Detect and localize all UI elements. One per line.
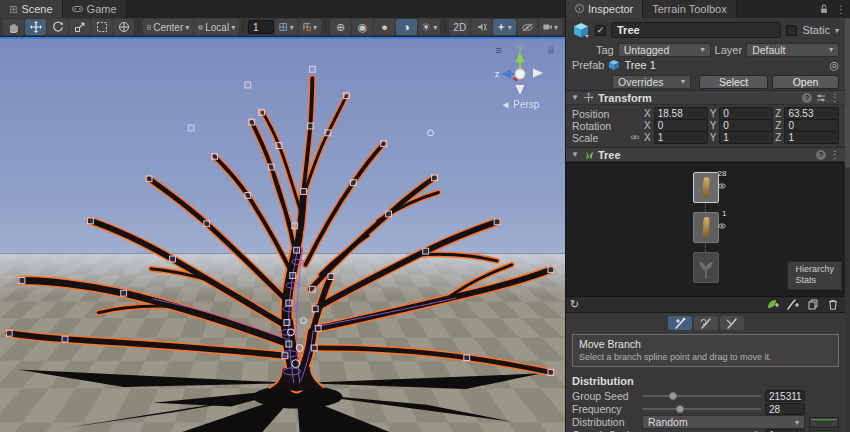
branch-group-node-selected[interactable]: 28	[693, 172, 719, 203]
inspector-lock-icon[interactable]	[816, 0, 832, 18]
tab-terrain-toolbox[interactable]: Terrain Toolbox	[643, 0, 736, 18]
prefab-name[interactable]: Tree 1	[624, 59, 655, 71]
transform-menu-icon[interactable]: ⋮	[830, 92, 840, 103]
inspector-body: ✓ Tree Static ▾ Tag Untagged▾ Layer Defa…	[566, 18, 850, 432]
tab-inspector[interactable]: Inspector	[566, 0, 643, 18]
gameobject-name-field[interactable]: Tree	[611, 22, 781, 38]
prefab-row: Prefab Tree 1 ◎	[566, 57, 845, 73]
audio-toggle-button[interactable]	[471, 19, 492, 35]
2d-mode-button[interactable]: 2D	[449, 19, 470, 35]
inspector-tabbar-spacer	[737, 0, 816, 18]
transform-help-icon[interactable]: ?	[802, 93, 812, 103]
distribution-curve-preview[interactable]	[809, 417, 839, 428]
rotate-branch-tool-button[interactable]	[694, 316, 718, 330]
inspector-panel: Inspector Terrain Toolbox ⋮ ✓ Tr	[565, 0, 850, 432]
scale-x-field[interactable]: 1	[654, 131, 708, 144]
group-seed-slider[interactable]	[642, 390, 761, 402]
inspector-menu-icon[interactable]: ⋮	[832, 0, 850, 18]
rotate-tool-button[interactable]	[47, 19, 68, 35]
rect-tool-button[interactable]	[91, 19, 112, 35]
inspector-scrollbar-thumb[interactable]	[845, 18, 850, 168]
pivot-mode-dropdown[interactable]: Center ▾	[143, 19, 193, 35]
hierarchy-stats-box[interactable]: Hierarchy Stats	[787, 261, 842, 290]
layer-dropdown[interactable]: Default▾	[746, 43, 839, 57]
prefab-picker-icon[interactable]: ◎	[829, 59, 839, 72]
increment-snap-button[interactable]: ▾	[299, 19, 321, 35]
prefab-cube-icon	[608, 59, 620, 71]
node-visibility-eye-icon[interactable]	[718, 179, 726, 191]
scale-y-field[interactable]: 1	[719, 131, 773, 144]
toolbar-separator	[243, 21, 244, 33]
tree-component-title: Tree	[598, 149, 621, 161]
distribution-row: Distribution Random▾	[566, 416, 845, 428]
pivot-mode-label: Center	[153, 22, 183, 33]
scene-tabbar: ⊞ Scene Game	[0, 0, 565, 18]
active-checkbox[interactable]: ✓	[595, 25, 606, 36]
hidden-objects-button[interactable]	[517, 19, 538, 35]
open-button[interactable]: Open	[772, 75, 839, 89]
tree-hierarchy-panel[interactable]: 28 1	[566, 162, 845, 297]
lighting-toggle-button[interactable]: ☀ ▾	[418, 19, 440, 35]
distribution-dropdown[interactable]: Random▾	[642, 415, 805, 429]
transform-presets-icon[interactable]	[816, 93, 826, 103]
branch-group-node[interactable]: 1	[693, 212, 719, 243]
root-tree-thumbnail	[697, 257, 715, 279]
group-seed-value[interactable]: 215311	[765, 390, 805, 402]
gizmo-y-axis[interactable]	[516, 52, 525, 62]
gameobject-cube-icon[interactable]	[572, 21, 590, 39]
move-branch-tool-button[interactable]	[668, 316, 692, 330]
move-tool-button[interactable]	[25, 19, 46, 35]
draw-mode-shadedwire-button[interactable]: ◑	[396, 19, 417, 35]
tree-object[interactable]	[0, 39, 565, 432]
scale-tool-button[interactable]	[69, 19, 90, 35]
transform-header[interactable]: ▼ Transform ? ⋮	[566, 90, 845, 105]
tab-scene[interactable]: ⊞ Scene	[0, 0, 63, 18]
node-connector	[705, 203, 706, 212]
static-checkbox[interactable]	[786, 25, 797, 36]
camera-settings-button[interactable]: ▾	[539, 19, 562, 35]
tag-label: Tag	[596, 44, 614, 56]
scale-link-icon[interactable]	[630, 132, 642, 144]
speaker-icon	[477, 22, 487, 32]
select-button[interactable]: Select	[699, 75, 768, 89]
refresh-icon[interactable]: ↻	[570, 298, 579, 311]
tree-menu-icon[interactable]: ⋮	[830, 149, 840, 160]
transform-tool-button[interactable]	[113, 19, 134, 35]
gizmo-down-axis[interactable]	[516, 85, 525, 95]
grid-snap-button[interactable]: ▾	[275, 19, 297, 35]
projection-label[interactable]: ◄ Persp	[483, 99, 557, 110]
effects-toggle-button[interactable]: ▾	[493, 19, 515, 35]
frequency-value[interactable]: 28	[765, 403, 805, 415]
tree-root-node[interactable]	[693, 252, 719, 283]
add-leaf-group-button[interactable]	[765, 298, 781, 311]
orientation-gizmo[interactable]: y z ◄ Persp	[483, 43, 557, 110]
freehand-branch-tool-button[interactable]	[720, 316, 744, 330]
draw-mode-shaded-button[interactable]: ●	[374, 19, 395, 35]
tree-foldout-icon[interactable]: ▼	[571, 150, 579, 159]
frequency-slider[interactable]	[642, 403, 761, 415]
tag-dropdown[interactable]: Untagged▾	[618, 43, 711, 57]
duplicate-node-button[interactable]	[805, 298, 821, 311]
tab-game[interactable]: Game	[63, 0, 127, 18]
grid-size-field[interactable]: 1	[248, 20, 274, 34]
gizmo-x-axis[interactable]	[533, 69, 543, 78]
draw-mode-wireframe-button[interactable]: ◉	[352, 19, 373, 35]
scale-z-field[interactable]: 1	[784, 131, 839, 144]
scene-viewport[interactable]: ≡ y z ◄ Persp	[0, 37, 565, 432]
tree-component-header[interactable]: ▼ Tree ? ⋮	[566, 147, 845, 162]
add-branch-group-button[interactable]	[785, 298, 801, 311]
overrides-dropdown[interactable]: Overrides▾	[612, 75, 691, 89]
pivot-icon	[147, 23, 151, 32]
delete-node-button[interactable]	[825, 298, 841, 311]
branch-tool-buttons	[566, 313, 845, 330]
tree-help-icon[interactable]: ?	[816, 150, 826, 160]
transform-foldout-icon[interactable]: ▼	[571, 93, 579, 102]
node-visibility-eye-icon[interactable]	[718, 219, 726, 231]
hand-tool-button[interactable]	[3, 19, 24, 35]
gizmo-z-axis[interactable]	[501, 70, 511, 79]
draw-mode-textured-button[interactable]: ⊕	[330, 19, 351, 35]
space-mode-dropdown[interactable]: Local ▾	[194, 19, 239, 35]
gizmo-center-cube[interactable]	[515, 69, 525, 79]
static-dropdown-arrow[interactable]: ▾	[835, 26, 839, 35]
branch-count-badge: 1	[722, 209, 726, 218]
